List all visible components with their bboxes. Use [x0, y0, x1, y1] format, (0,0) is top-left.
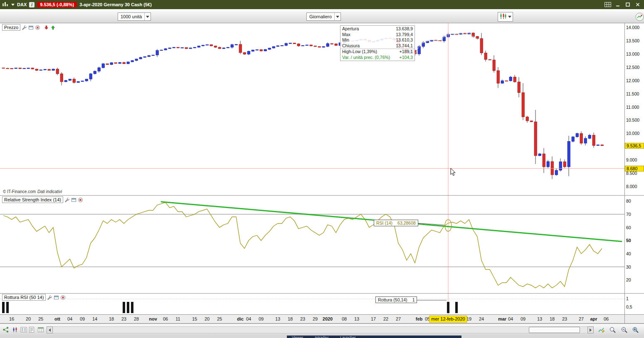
- chevron-down-icon[interactable]: [334, 13, 341, 20]
- share-button[interactable]: [2, 326, 10, 334]
- candle-down: [530, 121, 533, 122]
- candle-down: [518, 82, 520, 93]
- minimize-button[interactable]: [614, 2, 621, 7]
- wrench-icon[interactable]: [47, 295, 52, 300]
- crosshair: [0, 23, 624, 314]
- date-axis-label: 04: [67, 316, 72, 321]
- price-axis-label: 10.000: [626, 131, 639, 136]
- price-panel-label: Prezzo: [2, 24, 20, 31]
- table-button[interactable]: [37, 326, 45, 334]
- date-axis-label: 13: [354, 316, 359, 321]
- scrollbar-track[interactable]: [53, 326, 587, 333]
- price-axis-label: 12.000: [626, 78, 639, 83]
- candle-up: [559, 162, 562, 170]
- candle-down: [580, 133, 582, 143]
- chart-display-button[interactable]: [11, 326, 19, 334]
- candle-down: [239, 44, 242, 53]
- tooltip-row: Apertura13.638,9: [341, 26, 415, 32]
- taskbar-tab[interactable]: Viewer: [292, 336, 303, 338]
- detach-window-icon[interactable]: [71, 197, 76, 203]
- report-button[interactable]: [27, 326, 36, 334]
- scroll-right-button[interactable]: [587, 326, 594, 333]
- date-axis-label: 14: [92, 316, 97, 321]
- zoom-out-button[interactable]: [620, 326, 628, 334]
- chevron-down-icon[interactable]: [11, 4, 15, 6]
- candle-up: [547, 162, 549, 167]
- quote-board-button[interactable]: [20, 326, 28, 334]
- price-axis-label: 13.500: [626, 38, 639, 43]
- copyright-text: © IT-Finance.com: [3, 189, 36, 194]
- date-axis-label: 09: [259, 316, 264, 321]
- timeframe-dropdown[interactable]: Giornaliero: [306, 12, 341, 21]
- buy-arrow-icon[interactable]: [50, 25, 56, 30]
- taskbar-tab[interactable]: Intraday: [315, 336, 328, 338]
- candle-up: [197, 46, 200, 47]
- candle-down: [526, 117, 528, 121]
- info-icon[interactable]: i: [29, 2, 35, 7]
- candle-up: [202, 45, 204, 46]
- sell-arrow-icon[interactable]: [44, 25, 49, 30]
- date-axis-label: 15: [192, 316, 197, 321]
- date-axis-label: apr: [590, 316, 597, 321]
- candle-down: [260, 50, 262, 51]
- zoom-area-button[interactable]: [608, 326, 617, 334]
- maximize-button[interactable]: [624, 2, 631, 7]
- tooltip-value: +189,1: [400, 49, 413, 55]
- candle-down: [185, 48, 188, 49]
- rottura-value-tag[interactable]: Rottura (50,14) 1: [375, 296, 417, 303]
- close-panel-icon[interactable]: [60, 295, 66, 300]
- candle-down: [472, 33, 474, 36]
- wrench-icon[interactable]: [64, 197, 70, 203]
- tooltip-row: Chiusura13.744,1: [341, 43, 415, 49]
- horizontal-scrollbar[interactable]: [47, 326, 594, 333]
- date-axis-label: 29: [313, 316, 318, 321]
- scrollbar-thumb[interactable]: [529, 327, 580, 333]
- date-axis-label: 22: [383, 316, 388, 321]
- candle-up: [468, 33, 470, 34]
- candle-up: [173, 47, 175, 48]
- candle-up: [422, 43, 424, 47]
- candle-up: [326, 44, 329, 47]
- scroll-left-button[interactable]: [47, 326, 53, 333]
- date-axis-label: 06: [604, 316, 609, 321]
- panel-divider[interactable]: [0, 195, 644, 196]
- chart-style-button[interactable]: [498, 12, 513, 22]
- price-axis-label: 8.000: [626, 184, 637, 189]
- candle-down: [534, 122, 537, 156]
- units-dropdown[interactable]: 1000 unità: [118, 12, 151, 21]
- rsi-breakout-ellipse[interactable]: [445, 220, 452, 231]
- candle-down: [505, 81, 508, 81]
- chart-canvas[interactable]: [0, 0, 644, 338]
- chevron-down-icon[interactable]: [144, 13, 151, 20]
- candle-up: [289, 43, 291, 44]
- date-axis-label: 25: [38, 316, 43, 321]
- draw-tools-button[interactable]: [597, 326, 606, 334]
- candle-up: [77, 81, 79, 83]
- market-trend-icon[interactable]: [635, 12, 644, 23]
- rottura-bar: [127, 302, 129, 313]
- candlestick-series: [2, 32, 603, 179]
- taskbar-tabs[interactable]: Viewer Intraday Launcher: [287, 336, 461, 338]
- zoom-in-button[interactable]: [631, 326, 639, 334]
- candle-up: [52, 69, 54, 70]
- panel-divider[interactable]: [0, 293, 644, 294]
- candle-up: [102, 64, 104, 68]
- close-button[interactable]: [634, 2, 641, 7]
- rsi-value-tag[interactable]: RSI (14) 63,28608: [374, 220, 418, 226]
- taskbar-tab[interactable]: Launcher: [340, 336, 356, 338]
- wrench-icon[interactable]: [22, 25, 27, 30]
- date-axis-label: 2020: [323, 316, 333, 321]
- close-panel-icon[interactable]: [78, 197, 83, 203]
- close-panel-icon[interactable]: [35, 25, 40, 30]
- date-axis[interactable]: 162025ott040914182328nov0611152025dic040…: [0, 314, 644, 323]
- grid-icon[interactable]: [605, 2, 611, 7]
- candle-up: [285, 43, 287, 45]
- date-axis-label: mar: [498, 316, 506, 321]
- detach-window-icon[interactable]: [54, 295, 59, 300]
- date-axis-label: 17: [371, 316, 376, 321]
- detach-window-icon[interactable]: [28, 25, 34, 30]
- chevron-down-icon: [508, 16, 511, 18]
- price-axis-label: 11.000: [626, 105, 639, 110]
- candle-down: [434, 40, 437, 41]
- tooltip-label: Var. / unità prec. (0,76%): [342, 55, 390, 61]
